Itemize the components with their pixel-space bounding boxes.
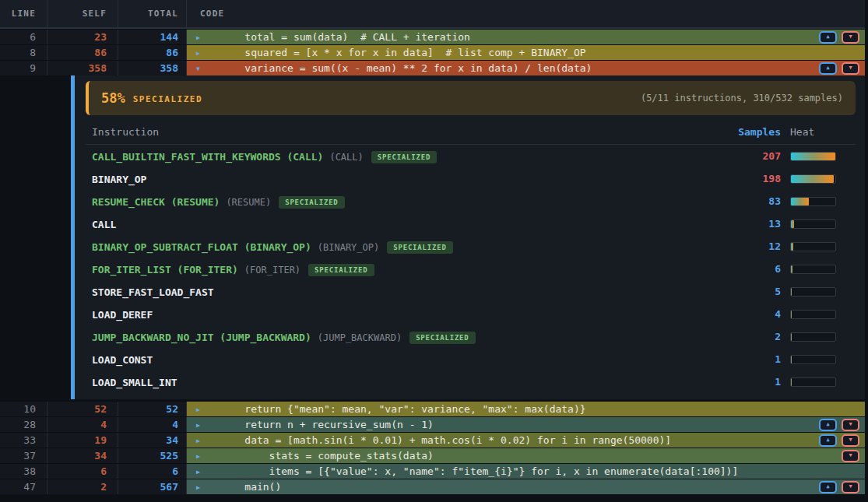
code-cell[interactable]: ▶ main() ▲ ▼ [187, 479, 865, 494]
instruction-name: FOR_ITER_LIST (FOR_ITER) [92, 264, 238, 276]
code-row-line-8: 8 86 86 ▶ squared = [x * x for x in data… [0, 44, 865, 60]
move-down-button[interactable]: ▼ [842, 434, 859, 447]
up-triangle-icon: ▲ [826, 422, 829, 427]
instruction-name: RESUME_CHECK (RESUME) [92, 196, 220, 208]
code-text: stats = compute_stats(data) [220, 450, 434, 462]
expand-arrow-icon[interactable]: ▶ [196, 33, 200, 40]
specialized-badge: SPECIALIZED [279, 196, 344, 209]
samples-value: 5 [695, 286, 781, 297]
self-samples: 86 [47, 45, 118, 60]
instruction-name: BINARY_OP [92, 174, 146, 185]
instruction-row: RESUME_CHECK (RESUME)(RESUME)SPECIALIZED… [86, 190, 856, 212]
self-samples: 52 [47, 402, 118, 416]
self-samples: 23 [47, 30, 118, 44]
code-row-line-47: 47 2 567 ▶ main() ▲ ▼ [0, 479, 865, 494]
table-header: LINE SELF TOTAL CODE [0, 0, 865, 29]
expand-arrow-icon[interactable]: ▶ [196, 452, 200, 459]
column-header-heat: Heat [781, 126, 856, 138]
code-cell[interactable]: ▶ items = [{"value": x, "name": f"item_{… [187, 464, 865, 479]
move-up-button[interactable]: ▲ [819, 481, 837, 493]
self-samples: 34 [47, 448, 118, 463]
heat-bar [781, 265, 856, 274]
code-cell[interactable]: ▶ stats = compute_stats(data) ▲ ▼ [187, 448, 865, 463]
expand-arrow-icon[interactable]: ▶ [196, 49, 200, 56]
samples-value: 2 [695, 331, 781, 342]
base-opcode: (CALL) [329, 152, 363, 163]
base-opcode: (JUMP_BACKWARD) [318, 332, 402, 343]
instruction-name: LOAD_CONST [92, 354, 153, 366]
line-number: 37 [0, 448, 47, 463]
specialized-percent: 58% [101, 90, 125, 106]
instruction-row: CALL_BUILTIN_FAST_WITH_KEYWORDS (CALL)(C… [86, 145, 856, 167]
samples-value: 13 [695, 218, 781, 230]
instruction-name: CALL_BUILTIN_FAST_WITH_KEYWORDS (CALL) [92, 151, 323, 163]
total-samples: 144 [118, 30, 187, 44]
move-up-button[interactable]: ▲ [819, 419, 837, 431]
instruction-row: LOAD_SMALL_INT 1 [86, 370, 856, 393]
code-text: return n + recursive_sum(n - 1) [220, 419, 434, 430]
instruction-name: LOAD_DEREF [92, 309, 153, 321]
move-down-button[interactable]: ▼ [842, 62, 859, 75]
line-number: 9 [0, 61, 47, 75]
specialized-badge: SPECIALIZED [308, 264, 374, 276]
total-samples: 567 [118, 479, 187, 494]
move-down-button[interactable]: ▼ [842, 481, 859, 493]
column-header-line: LINE [0, 0, 47, 27]
samples-value: 1 [695, 353, 781, 365]
move-down-button[interactable]: ▼ [842, 419, 859, 431]
total-samples: 34 [118, 433, 187, 448]
code-row-line-28: 28 4 4 ▶ return n + recursive_sum(n - 1)… [0, 416, 865, 432]
instruction-row: FOR_ITER_LIST (FOR_ITER)(FOR_ITER)SPECIA… [86, 258, 856, 280]
down-triangle-icon: ▼ [849, 437, 852, 443]
code-text: squared = [x * x for x in data] # list c… [220, 47, 586, 58]
panel-content: 58% SPECIALIZED (5/11 instructions, 310/… [75, 75, 865, 399]
base-opcode: (BINARY_OP) [318, 242, 379, 253]
code-text: return {"mean": mean, "var": variance, "… [220, 403, 586, 415]
samples-value: 4 [695, 308, 781, 320]
code-cell[interactable]: ▶ return n + recursive_sum(n - 1) ▲ ▼ [187, 417, 865, 432]
code-row-line-6: 6 23 144 ▶ total = sum(data) # CALL + it… [0, 29, 865, 44]
up-triangle-icon: ▲ [826, 65, 829, 71]
code-cell[interactable]: ▼ variance = sum((x - mean) ** 2 for x i… [187, 61, 865, 75]
code-row-line-9: 9 358 358 ▼ variance = sum((x - mean) **… [0, 60, 865, 75]
expand-arrow-icon[interactable]: ▶ [196, 405, 200, 412]
instruction-name: JUMP_BACKWARD_NO_JIT (JUMP_BACKWARD) [92, 332, 311, 343]
total-samples: 358 [118, 61, 187, 75]
line-number: 10 [0, 402, 47, 416]
total-samples: 525 [118, 448, 187, 463]
code-text: main() [220, 481, 281, 493]
move-up-button[interactable]: ▲ [819, 62, 837, 75]
heat-bar [781, 174, 856, 184]
code-row-line-10: 10 52 52 ▶ return {"mean": mean, "var": … [0, 401, 865, 416]
code-cell[interactable]: ▶ data = [math.sin(i * 0.01) + math.cos(… [187, 433, 865, 448]
instruction-table-header: Instruction Samples Heat [86, 121, 856, 145]
down-triangle-icon: ▼ [849, 422, 852, 427]
code-cell[interactable]: ▶ return {"mean": mean, "var": variance,… [187, 402, 865, 416]
expand-arrow-icon[interactable]: ▶ [196, 483, 200, 490]
move-up-button[interactable]: ▲ [819, 31, 837, 44]
code-cell[interactable]: ▶ squared = [x * x for x in data] # list… [187, 45, 865, 60]
down-triangle-icon: ▼ [849, 453, 852, 458]
column-header-samples: Samples [695, 126, 781, 138]
heat-bar [781, 287, 856, 297]
specialized-badge: SPECIALIZED [371, 151, 437, 163]
expand-arrow-icon[interactable]: ▶ [196, 437, 200, 444]
up-triangle-icon: ▲ [826, 437, 829, 443]
expand-arrow-icon[interactable]: ▶ [196, 468, 200, 475]
code-rows-bottom: 10 52 52 ▶ return {"mean": mean, "var": … [0, 401, 865, 494]
heat-bar [781, 332, 856, 342]
total-samples: 52 [118, 402, 187, 416]
collapse-arrow-icon[interactable]: ▼ [196, 65, 200, 72]
heat-bar [781, 219, 856, 229]
move-down-button[interactable]: ▼ [842, 450, 859, 462]
code-text: data = [math.sin(i * 0.01) + math.cos(i … [220, 434, 671, 446]
total-samples: 4 [118, 417, 187, 432]
up-triangle-icon: ▲ [826, 34, 829, 40]
instruction-row: CALL 13 [86, 212, 856, 235]
code-cell[interactable]: ▶ total = sum(data) # CALL + iteration ▲… [187, 30, 865, 44]
move-down-button[interactable]: ▼ [842, 31, 859, 44]
self-samples: 6 [47, 464, 118, 479]
expand-arrow-icon[interactable]: ▶ [196, 421, 200, 428]
self-samples: 2 [47, 479, 118, 494]
move-up-button[interactable]: ▲ [819, 434, 837, 447]
